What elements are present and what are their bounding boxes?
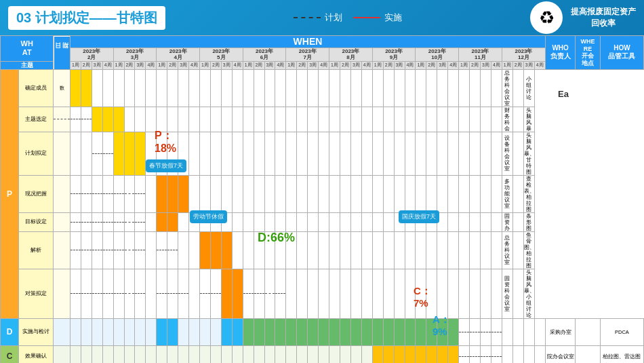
- how-queding: 小组讨论: [523, 69, 534, 107]
- legend-impl: 实施: [353, 12, 402, 24]
- who-queding: 总务科会议室: [502, 69, 512, 107]
- label-shishi: 实施与检讨: [18, 318, 53, 345]
- who-duice: 固资科会议室: [502, 269, 512, 318]
- plan-line-icon: [294, 17, 321, 18]
- who-jiexi: 总务科议室: [502, 231, 512, 269]
- w-feb-1: 1周: [70, 61, 81, 69]
- who-jihua: 设备科会议室: [502, 132, 512, 175]
- phase-p-cell: P: [1, 69, 19, 318]
- how-jiexi: 鱼骨图、柏拉图: [523, 231, 534, 269]
- how-xiankuang: 查检表、柏拉图: [523, 175, 534, 212]
- impl-line-icon: [353, 17, 380, 18]
- legend-area: 计划 实施: [294, 12, 402, 24]
- who-xiaoguo: 院办会议室: [546, 345, 576, 363]
- row-mubiao: 目标设定 固资办 条形图: [1, 212, 644, 231]
- row-xiaoguo: C 效果确认 院办会议室 柏拉图、雷达图: [1, 345, 644, 363]
- how-mubiao: 条形图: [523, 212, 534, 231]
- gantt-table: WHAT 日期 WHEN WHO负责人 WHERE开会地点 HOW品管工具 20…: [0, 35, 644, 363]
- th-subject: 主题: [1, 61, 54, 69]
- label-mubiao: 目标设定: [18, 212, 53, 231]
- header-slogan: 提高报废固定资产回收率: [571, 6, 636, 29]
- row-duice: 对策拟定 固资科会议室 头脑风暴、小组讨论: [1, 269, 644, 318]
- who-xiankuang: 多功能议室: [502, 175, 512, 212]
- th-jul: 2023年7月: [286, 47, 329, 61]
- page-title: 03 计划拟定——甘特图: [8, 6, 165, 30]
- legend-plan: 计划: [294, 12, 342, 24]
- who-shishi: 采购办室: [546, 318, 576, 345]
- how-shishi: PDCA: [600, 318, 643, 345]
- phase-d-cell: D: [1, 318, 19, 345]
- th-dec: 2023年12月: [502, 47, 545, 61]
- row-queding-chengyuan: P 确定成员 数 总务科会议室 小组讨论: [1, 69, 644, 107]
- th-apr: 2023年4月: [157, 47, 200, 61]
- th-date-label: 日期: [54, 36, 71, 70]
- label-xiankuang: 现况把握: [18, 175, 53, 212]
- plan-label: 计划: [325, 12, 342, 24]
- th-jun: 2023年6月: [243, 47, 286, 61]
- who-zhuti: 财务科会: [502, 107, 512, 132]
- th-sep: 2023年9月: [372, 47, 416, 61]
- th-what: WHAT: [1, 36, 54, 62]
- label-xiaoguo: 效果确认: [18, 345, 53, 363]
- header-row-1: WHAT 日期 WHEN WHO负责人 WHERE开会地点 HOW品管工具: [1, 36, 644, 48]
- phase-c-cell: C: [1, 345, 19, 363]
- row-jiexi: 解析 总务科议室 鱼骨图、柏拉图: [1, 231, 644, 269]
- th-when: WHEN: [70, 36, 545, 48]
- th-how: HOW品管工具: [600, 36, 643, 70]
- row-zhuti-xuanding: 主题选定 财务科会 头脑风暴: [1, 107, 644, 132]
- label-queding: 确定成员: [18, 69, 53, 107]
- th-where: WHERE开会地点: [576, 36, 601, 70]
- header-right: ♻ 提高报废固定资产回收率: [530, 1, 636, 34]
- gantt-wrapper: WHAT 日期 WHEN WHO负责人 WHERE开会地点 HOW品管工具 20…: [0, 35, 644, 363]
- th-may: 2023年5月: [199, 47, 243, 61]
- label-jiexi: 解析: [18, 231, 53, 269]
- th-who: WHO负责人: [546, 36, 576, 70]
- how-duice: 头脑风暴、小组讨论: [523, 269, 534, 318]
- header: 03 计划拟定——甘特图 计划 实施 ♻ 提高报废固定资产回收率: [0, 0, 644, 35]
- how-xiaoguo: 柏拉图、雷达图: [600, 345, 643, 363]
- label-duice: 对策拟定: [18, 269, 53, 318]
- how-jihua: 头脑风暴、甘特图: [523, 132, 534, 175]
- th-oct: 2023年10月: [416, 47, 459, 61]
- impl-label: 实施: [384, 12, 402, 24]
- who-mubiao: 固资办: [502, 212, 512, 231]
- th-aug: 2023年8月: [329, 47, 373, 61]
- row-xiankuang: 现况把握 多功能议室 查检表、柏拉图: [1, 175, 644, 212]
- th-mar: 2023年3月: [113, 47, 157, 61]
- row-shishi: D 实施与检讨: [1, 318, 644, 345]
- label-jihua: 计划拟定: [18, 132, 53, 175]
- row-jihua-niding: 计划拟定 设备科会议室 头脑风暴、甘特图: [1, 132, 644, 175]
- how-zhuti: 头脑风暴: [523, 107, 534, 132]
- label-zhuti: 主题选定: [18, 107, 53, 132]
- th-nov: 2023年11月: [459, 47, 502, 61]
- logo-icon: ♻: [530, 1, 563, 34]
- th-feb: 2023年2月: [70, 47, 113, 61]
